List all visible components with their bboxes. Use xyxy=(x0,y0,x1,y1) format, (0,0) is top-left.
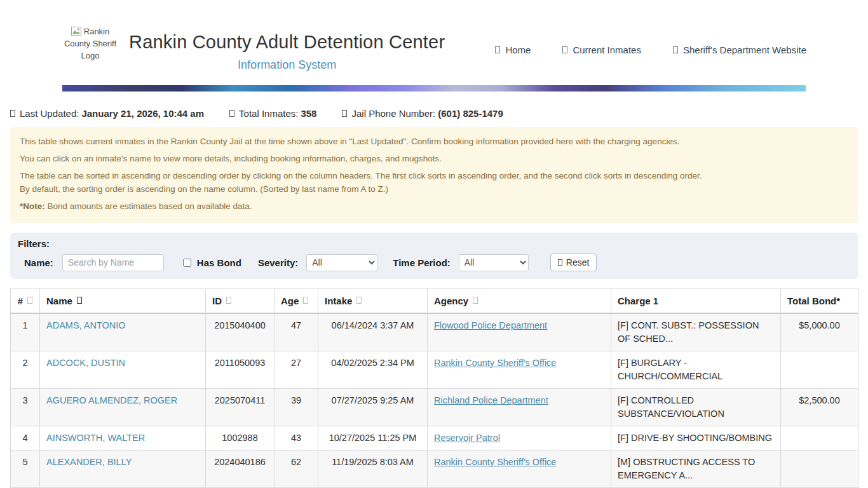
notice-line-1: This table shows current inmates in the … xyxy=(20,136,848,147)
table-header-row: # Name ID Age Intake Agency Charge 1 Tot… xyxy=(11,289,858,314)
intake-date-cell: 04/02/2025 2:34 PM xyxy=(318,351,428,389)
row-number-cell: 4 xyxy=(11,426,40,451)
column-header-agency[interactable]: Agency xyxy=(428,289,611,314)
charge1-cell: [F] DRIVE-BY SHOOTING/BOMBING xyxy=(611,426,781,451)
inmate-row: 5 ALEXANDER, BILLY 2024040186 62 11/19/2… xyxy=(11,451,858,488)
column-header-name[interactable]: Name xyxy=(40,289,206,314)
agency-cell: Flowood Police Department xyxy=(428,313,611,351)
inmate-age-cell: 47 xyxy=(275,313,318,351)
agency-cell: Rankin County Sheriff's Office xyxy=(428,451,611,488)
agency-link[interactable]: Rankin County Sheriff's Office xyxy=(434,457,556,467)
top-navigation: Home Current Inmates Sheriff's Departmen… xyxy=(495,25,806,55)
inmate-age-cell: 39 xyxy=(275,389,318,426)
last-updated-label: Last Updated: xyxy=(20,108,79,119)
column-header-charge1: Charge 1 xyxy=(611,289,781,314)
inmate-age-cell: 62 xyxy=(275,451,318,488)
total-bond-cell xyxy=(781,451,858,488)
inmate-row: 4 AINSWORTH, WALTER 1002988 43 10/27/202… xyxy=(11,426,858,451)
home-icon xyxy=(495,46,500,53)
status-bar: Last Updated:January 21, 2026, 10:44 am … xyxy=(10,108,858,119)
sort-icon xyxy=(303,297,308,304)
inmate-age-cell: 27 xyxy=(275,351,318,389)
nav-current-inmates-link[interactable]: Current Inmates xyxy=(562,44,641,55)
notice-line-3: The table can be sorted in ascending or … xyxy=(20,170,848,194)
column-header-age[interactable]: Age xyxy=(275,289,318,314)
total-inmates-label: Total Inmates: xyxy=(239,108,298,119)
column-header-num[interactable]: # xyxy=(11,289,40,314)
intake-date-cell: 10/27/2025 11:25 PM xyxy=(318,426,428,451)
last-updated-value: January 21, 2026, 10:44 am xyxy=(81,108,204,119)
clock-icon xyxy=(10,110,15,117)
inmates-icon xyxy=(562,46,567,53)
charge1-cell: [M] OBSTRUCTING ACCESS TO EMERGENCY A... xyxy=(611,451,781,488)
jail-phone-value: (601) 825-1479 xyxy=(438,108,503,119)
inmate-name-cell: ADCOCK, DUSTIN xyxy=(40,351,206,389)
inmate-name-link[interactable]: ALEXANDER, BILLY xyxy=(46,457,132,467)
sort-icon xyxy=(226,297,231,304)
nav-home-link[interactable]: Home xyxy=(495,44,531,55)
sheriff-logo-broken-image: Rankin County Sheriff Logo xyxy=(62,25,119,62)
intake-date-cell: 11/19/2025 8:03 AM xyxy=(318,451,428,488)
name-filter-label: Name: xyxy=(24,257,53,268)
inmate-id-cell: 2015040400 xyxy=(206,313,275,351)
nav-sheriff-website-link[interactable]: Sheriff's Department Website xyxy=(673,44,806,55)
column-header-intake[interactable]: Intake xyxy=(318,289,428,314)
filters-panel: Filters: Name: Has Bond Severity: All Ti… xyxy=(10,233,858,279)
title-block: Rankin County Adult Detention Center Inf… xyxy=(129,25,445,72)
total-bond-cell: $5,000.00 xyxy=(781,313,858,351)
users-icon xyxy=(229,110,234,117)
page-subtitle: Information System xyxy=(129,58,445,72)
has-bond-checkbox[interactable] xyxy=(183,259,191,267)
inmate-row: 1 ADAMS, ANTONIO 2015040400 47 06/14/202… xyxy=(11,313,858,351)
column-header-total-bond: Total Bond* xyxy=(781,289,858,314)
severity-label: Severity: xyxy=(258,257,298,268)
note-label: *Note: xyxy=(20,201,45,211)
total-inmates: Total Inmates:358 xyxy=(229,108,316,119)
notice-box: This table shows current inmates in the … xyxy=(10,127,858,223)
filters-title: Filters: xyxy=(18,238,850,249)
severity-select[interactable]: All xyxy=(306,254,377,271)
time-period-select[interactable]: All xyxy=(459,254,529,271)
column-header-id[interactable]: ID xyxy=(206,289,275,314)
total-bond-cell xyxy=(781,351,858,389)
intake-date-cell: 06/14/2024 3:37 AM xyxy=(318,313,428,351)
jail-phone: Jail Phone Number:(601) 825-1479 xyxy=(342,108,503,119)
agency-cell: Reservoir Patrol xyxy=(428,426,611,451)
reset-button[interactable]: Reset xyxy=(550,254,597,271)
charge1-cell: [F] CONT. SUBST.: POSSESSION OF SCHED... xyxy=(611,313,781,351)
agency-cell: Rankin County Sheriff's Office xyxy=(428,351,611,389)
page-title: Rankin County Adult Detention Center xyxy=(129,32,445,53)
row-number-cell: 5 xyxy=(11,451,40,488)
sort-icon-active xyxy=(77,297,82,304)
inmate-name-link[interactable]: AGUERO ALMENDEZ, ROGER xyxy=(46,395,177,405)
external-link-icon xyxy=(673,46,678,53)
name-search-input[interactable] xyxy=(62,254,164,271)
page-header: Rankin County Sheriff Logo Rankin County… xyxy=(62,0,806,85)
agency-link[interactable]: Richland Police Department xyxy=(434,395,548,405)
filters-row: Name: Has Bond Severity: All Time Period… xyxy=(18,254,850,271)
inmate-name-link[interactable]: AINSWORTH, WALTER xyxy=(46,433,145,443)
notice-note: *Note: Bond amounts are estimates based … xyxy=(20,201,848,212)
agency-link[interactable]: Flowood Police Department xyxy=(434,320,547,330)
time-period-label: Time Period: xyxy=(393,257,451,268)
inmate-row: 2 ADCOCK, DUSTIN 2011050093 27 04/02/202… xyxy=(11,351,858,389)
inmate-id-cell: 2024040186 xyxy=(206,451,275,488)
charge1-cell: [F] CONTROLLED SUBSTANCE/VIOLATION xyxy=(611,389,781,426)
sort-icon xyxy=(356,297,362,304)
notice-line-2: You can click on an inmate's name to vie… xyxy=(20,153,848,164)
charge1-cell: [F] BURGLARY - CHURCH/COMMERCIAL xyxy=(611,351,781,389)
row-number-cell: 1 xyxy=(11,313,40,351)
note-text: Bond amounts are estimates based on avai… xyxy=(45,201,252,211)
agency-link[interactable]: Rankin County Sheriff's Office xyxy=(434,358,556,368)
inmate-name-link[interactable]: ADCOCK, DUSTIN xyxy=(46,358,125,368)
reset-icon xyxy=(558,259,562,266)
inmate-name-link[interactable]: ADAMS, ANTONIO xyxy=(46,320,126,330)
last-updated: Last Updated:January 21, 2026, 10:44 am xyxy=(10,108,204,119)
sort-icon xyxy=(473,297,478,304)
inmate-row: 3 AGUERO ALMENDEZ, ROGER 2025070411 39 0… xyxy=(11,389,858,426)
total-inmates-value: 358 xyxy=(301,108,316,119)
broken-image-icon xyxy=(71,27,81,36)
agency-link[interactable]: Reservoir Patrol xyxy=(434,433,500,443)
phone-icon xyxy=(342,110,347,117)
total-bond-cell xyxy=(781,426,858,451)
